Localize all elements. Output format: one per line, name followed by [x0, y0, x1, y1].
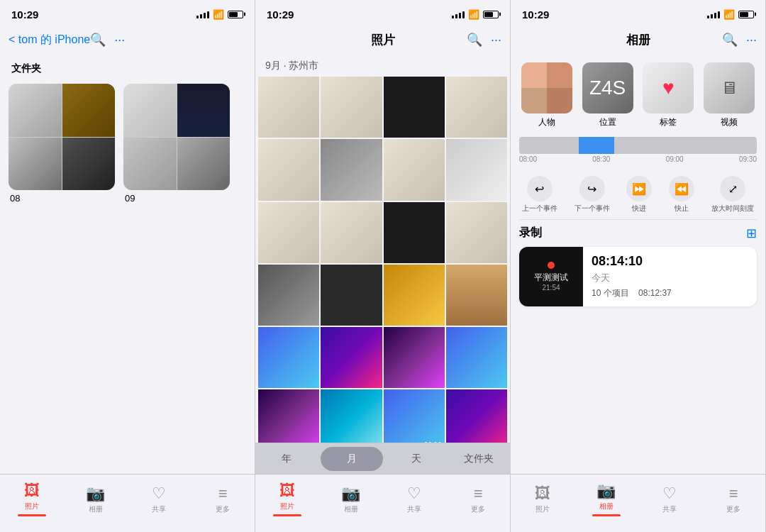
picker-folder[interactable]: 文件夹 — [448, 447, 510, 471]
photo-cell[interactable] — [321, 77, 382, 138]
photo-cell[interactable] — [258, 77, 319, 138]
tab-albums-3[interactable]: 📷 相册 — [574, 475, 638, 518]
album-cat-tags[interactable]: ♥ 标签 — [641, 62, 696, 128]
more-icon-3[interactable]: ··· — [746, 33, 757, 48]
photo-cell[interactable] — [384, 77, 445, 138]
tab-photos-1[interactable]: 🖼 照片 — [0, 475, 64, 518]
tab-label-shared-2: 共享 — [407, 504, 421, 514]
album-cat-video[interactable]: 🖥 视频 — [701, 62, 757, 128]
rec-date: 今天 — [592, 272, 748, 284]
ctrl-label-next: 下一个事件 — [574, 204, 610, 214]
folder-grid: 08 09 — [0, 78, 255, 474]
picker-month[interactable]: 月 — [321, 447, 383, 471]
tab-shared-3[interactable]: ♡ 共享 — [638, 475, 702, 518]
timeline-label-1: 08:30 — [592, 155, 610, 163]
picker-day[interactable]: 天 — [386, 447, 448, 471]
status-bar-3: 10:29 📶 — [511, 0, 765, 26]
tab-shared-2[interactable]: ♡ 共享 — [383, 475, 447, 518]
filter-icon[interactable]: ⊞ — [746, 226, 757, 241]
album-cat-location[interactable]: Z4S 位置 — [580, 62, 635, 128]
photo-cell[interactable] — [384, 327, 445, 388]
tab-label-more-3: 更多 — [726, 504, 740, 514]
photo-cell[interactable] — [446, 389, 507, 443]
tab-photos-3[interactable]: 🖼 照片 — [511, 475, 574, 518]
ctrl-label-fb: 快止 — [675, 204, 689, 214]
photo-section-header: 9月 · 苏州市 — [255, 57, 510, 77]
folder-item-09[interactable]: 09 — [123, 84, 230, 204]
photo-cell[interactable] — [321, 265, 382, 326]
ctrl-label-prev: 上一个事件 — [522, 204, 557, 214]
more-icon-1[interactable]: ··· — [114, 33, 125, 48]
photo-cell[interactable] — [384, 265, 445, 326]
photo-cell[interactable] — [258, 389, 319, 443]
tab-photos-2[interactable]: 🖼 照片 — [255, 475, 319, 518]
tab-icon-albums-2: 📷 — [341, 484, 360, 503]
photo-cell[interactable] — [446, 327, 507, 388]
timeline-section: 08:00 08:30 09:00 09:30 — [511, 134, 765, 167]
photo-grid-container[interactable]: 06:99 — [255, 77, 510, 443]
folder-item-08[interactable]: 08 — [9, 84, 115, 204]
timeline-bar[interactable] — [519, 137, 757, 154]
photo-cell[interactable] — [258, 327, 319, 388]
photo-cell[interactable] — [446, 202, 507, 263]
more-icon-2[interactable]: ··· — [491, 33, 501, 48]
photo-cell[interactable] — [258, 139, 319, 200]
search-icon-2[interactable]: 🔍 — [467, 32, 482, 48]
photo-cell[interactable] — [446, 139, 507, 200]
section-label-folders: 文件夹 — [0, 57, 255, 78]
tab-icon-photos-2: 🖼 — [279, 482, 295, 500]
ctrl-fast-forward[interactable]: ⏩ 快进 — [626, 176, 652, 214]
recording-item[interactable]: 平测测试 21:54 08:14:10 今天 10 个项目 08:12:37 — [519, 247, 757, 306]
tab-shared-1[interactable]: ♡ 共享 — [128, 475, 192, 518]
photo-cell[interactable] — [446, 265, 507, 326]
panel-folders: 10:29 📶 < tom 的 iPhone 🔍 ··· 文件夹 — [0, 0, 255, 532]
tab-label-photos-2: 照片 — [280, 501, 294, 511]
photo-cell[interactable]: 06:99 — [384, 389, 445, 443]
timeline-label-0: 08:00 — [519, 155, 537, 163]
tab-more-3[interactable]: ≡ 更多 — [701, 475, 765, 518]
tab-bar-3: 🖼 照片 📷 相册 ♡ 共享 ≡ 更多 — [511, 474, 765, 532]
ctrl-zoom[interactable]: ⤢ 放大时间刻度 — [711, 176, 754, 214]
tab-more-1[interactable]: ≡ 更多 — [191, 475, 255, 518]
photo-cell[interactable] — [321, 139, 382, 200]
tab-albums-2[interactable]: 📷 相册 — [319, 475, 383, 518]
ctrl-prev-event[interactable]: ↩ 上一个事件 — [522, 176, 557, 214]
rec-duration: 08:14:10 — [592, 254, 748, 269]
status-icons-2: 📶 — [452, 9, 499, 20]
rec-more: 10 个项目 08:12:37 — [592, 287, 748, 299]
album-cat-people[interactable]: 人物 — [519, 62, 574, 128]
photo-cell[interactable] — [384, 139, 445, 200]
nav-bar-3: 相册 🔍 ··· — [511, 26, 765, 57]
ctrl-next-event[interactable]: ↪ 下一个事件 — [574, 176, 610, 214]
tab-albums-1[interactable]: 📷 相册 — [64, 475, 128, 518]
photo-cell[interactable] — [446, 77, 507, 138]
photo-cell[interactable] — [258, 202, 319, 263]
nav-actions-1: 🔍 ··· — [90, 32, 125, 48]
wifi-icon-3: 📶 — [723, 9, 735, 20]
tab-more-2[interactable]: ≡ 更多 — [446, 475, 510, 518]
picker-year[interactable]: 年 — [255, 447, 318, 471]
folder-name-08: 08 — [9, 193, 115, 204]
rec-red-dot — [548, 262, 555, 269]
battery-icon-2 — [483, 11, 499, 18]
tab-label-shared-3: 共享 — [662, 504, 677, 514]
photo-cell[interactable] — [321, 389, 382, 443]
recording-header: 录制 ⊞ — [519, 226, 757, 241]
ctrl-label-ff: 快进 — [632, 204, 646, 214]
ctrl-icon-prev: ↩ — [527, 176, 553, 201]
wifi-icon-1: 📶 — [213, 9, 224, 20]
tab-bar-1: 🖼 照片 📷 相册 ♡ 共享 ≡ 更多 — [0, 474, 255, 532]
search-icon-3[interactable]: 🔍 — [722, 32, 738, 48]
video-duration-badge: 06:99 — [424, 441, 442, 443]
timeline-label-3: 09:30 — [739, 155, 757, 163]
photo-cell[interactable] — [321, 327, 382, 388]
back-button-1[interactable]: < tom 的 iPhone — [9, 33, 90, 48]
recording-title: 录制 — [519, 226, 542, 240]
search-icon-1[interactable]: 🔍 — [90, 32, 106, 48]
photo-cell[interactable] — [384, 202, 445, 263]
tab-icon-shared-3: ♡ — [662, 484, 677, 503]
photo-cell[interactable] — [321, 202, 382, 263]
ctrl-fast-back[interactable]: ⏪ 快止 — [669, 176, 694, 214]
ctrl-icon-ff: ⏩ — [626, 176, 652, 201]
photo-cell[interactable] — [258, 265, 319, 326]
